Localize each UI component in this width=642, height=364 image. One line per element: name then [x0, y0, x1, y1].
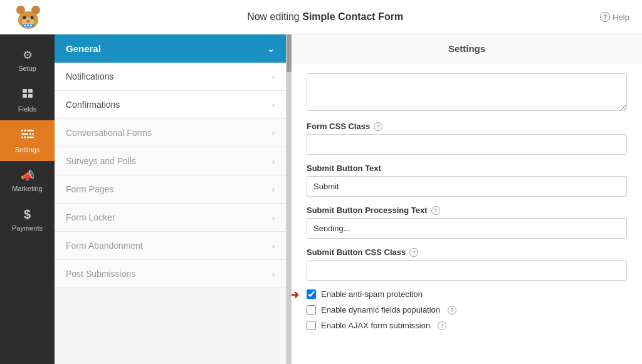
form-name: Simple Contact Form [302, 11, 403, 22]
nav-conversational-label: Conversational Forms [66, 128, 152, 138]
nav-form-abandonment-label: Form Abandonment [66, 241, 143, 251]
scrollbar[interactable] [287, 34, 292, 364]
content-panel: Settings Form CSS Class ? Submit Button … [292, 34, 642, 364]
svg-rect-10 [30, 25, 32, 26]
submit-button-text-input[interactable] [307, 176, 627, 197]
svg-point-6 [26, 20, 30, 23]
submit-button-css-input[interactable] [307, 260, 627, 281]
form-css-class-input[interactable] [307, 134, 627, 155]
chevron-right-icon: › [272, 241, 275, 251]
svg-rect-9 [27, 25, 29, 26]
editing-prefix: Now editing [247, 11, 300, 22]
marketing-icon: 📣 [21, 169, 34, 182]
sidebar-item-settings-label: Settings [15, 146, 40, 153]
settings-icon [21, 128, 34, 143]
submit-button-processing-input[interactable] [307, 218, 627, 239]
chevron-right-icon: › [272, 72, 275, 81]
submit-button-css-label: Submit Button CSS Class ? [307, 247, 627, 257]
sidebar-item-payments[interactable]: $ Payments [0, 200, 55, 239]
submit-button-text-label: Submit Button Text [307, 164, 627, 173]
form-css-class-help-icon[interactable]: ? [374, 122, 382, 131]
help-button[interactable]: ? Help [600, 12, 629, 22]
sidebar-item-payments-label: Payments [12, 224, 43, 232]
nav-item-form-locker[interactable]: Form Locker › [55, 204, 286, 232]
chevron-right-icon: › [272, 128, 275, 138]
payments-icon: $ [24, 207, 31, 222]
sidebar-item-marketing[interactable]: 📣 Marketing [0, 161, 55, 200]
nav-item-post-submissions[interactable]: Post Submissions › [55, 260, 286, 288]
antispam-checkbox[interactable] [307, 289, 316, 299]
sidebar: ⚙ Setup Fields [0, 34, 55, 364]
chevron-right-icon: › [272, 185, 275, 194]
nav-confirmations-label: Confirmations [66, 100, 120, 110]
svg-point-19 [28, 132, 31, 135]
chevron-right-icon: › [272, 100, 275, 110]
fields-icon [21, 87, 34, 103]
dynamic-fields-label: Enable dynamic fields population [321, 305, 440, 315]
red-arrow-icon: ➜ [292, 287, 300, 302]
nav-item-notifications[interactable]: Notifications › [55, 63, 286, 91]
sidebar-item-marketing-label: Marketing [12, 185, 42, 192]
svg-point-5 [31, 16, 34, 19]
chevron-right-icon: › [272, 269, 275, 279]
chevron-right-icon: › [272, 157, 275, 166]
ajax-checkbox-group: Enable AJAX form submission ? [307, 321, 627, 330]
nav-item-confirmations[interactable]: Confirmations › [55, 91, 286, 119]
nav-item-surveys-polls[interactable]: Surveys and Polls › [55, 147, 286, 175]
svg-point-20 [23, 136, 26, 139]
svg-rect-13 [23, 94, 27, 98]
nav-surveys-label: Surveys and Polls [66, 156, 136, 166]
help-circle-icon: ? [600, 12, 610, 22]
form-css-class-group: Form CSS Class ? [307, 122, 627, 155]
dynamic-fields-checkbox-group: Enable dynamic fields population ? [307, 305, 627, 315]
ajax-label: Enable AJAX form submission [321, 321, 430, 330]
svg-rect-8 [24, 25, 26, 26]
logo-icon [15, 4, 41, 30]
settings-title: Settings [448, 43, 485, 54]
ajax-checkbox[interactable] [307, 321, 316, 330]
setup-icon: ⚙ [23, 48, 33, 62]
top-textarea-group [307, 73, 627, 113]
settings-body: Form CSS Class ? Submit Button Text Subm… [292, 63, 642, 364]
antispam-label: Enable anti-spam protection [321, 289, 423, 299]
submit-button-css-group: Submit Button CSS Class ? [307, 247, 627, 281]
nav-item-form-abandonment[interactable]: Form Abandonment › [55, 232, 286, 260]
top-textarea[interactable] [307, 73, 627, 111]
sidebar-item-settings[interactable]: Settings [0, 120, 55, 161]
sidebar-item-fields[interactable]: Fields [0, 80, 55, 120]
dynamic-fields-checkbox[interactable] [307, 305, 316, 315]
form-css-class-label: Form CSS Class ? [307, 122, 627, 131]
sidebar-item-setup[interactable]: ⚙ Setup [0, 41, 55, 80]
nav-form-locker-label: Form Locker [66, 212, 115, 222]
chevron-right-icon: › [272, 213, 275, 222]
nav-form-pages-label: Form Pages [66, 184, 113, 194]
logo [13, 3, 44, 31]
svg-rect-12 [28, 89, 33, 93]
nav-notifications-label: Notifications [66, 71, 113, 81]
submit-processing-help-icon[interactable]: ? [431, 206, 440, 215]
nav-item-form-pages[interactable]: Form Pages › [55, 175, 286, 204]
dynamic-fields-help-icon[interactable]: ? [448, 306, 456, 315]
top-bar: Now editing Simple Contact Form ? Help [0, 0, 642, 34]
nav-panel: General ⌄ Notifications › Confirmations … [55, 34, 287, 364]
nav-post-submissions-label: Post Submissions [66, 269, 135, 279]
svg-point-4 [23, 16, 26, 19]
svg-point-18 [23, 129, 26, 132]
submit-button-text-group: Submit Button Text [307, 164, 627, 197]
sidebar-item-fields-label: Fields [18, 105, 36, 113]
page-title: Now editing Simple Contact Form [50, 11, 600, 23]
nav-general-label: General [66, 43, 101, 54]
scroll-thumb[interactable] [287, 34, 292, 72]
submit-button-processing-label: Submit Button Processing Text ? [307, 205, 627, 215]
svg-rect-14 [28, 94, 33, 98]
submit-button-processing-group: Submit Button Processing Text ? [307, 205, 627, 239]
nav-item-conversational-forms[interactable]: Conversational Forms › [55, 119, 286, 147]
sidebar-item-setup-label: Setup [18, 65, 36, 72]
submit-css-help-icon[interactable]: ? [409, 248, 418, 257]
svg-rect-11 [23, 89, 27, 93]
nav-panel-general-header[interactable]: General ⌄ [55, 34, 286, 63]
settings-header: Settings [292, 34, 642, 63]
chevron-down-icon: ⌄ [267, 44, 275, 54]
ajax-help-icon[interactable]: ? [438, 321, 446, 330]
help-label: Help [613, 13, 629, 22]
